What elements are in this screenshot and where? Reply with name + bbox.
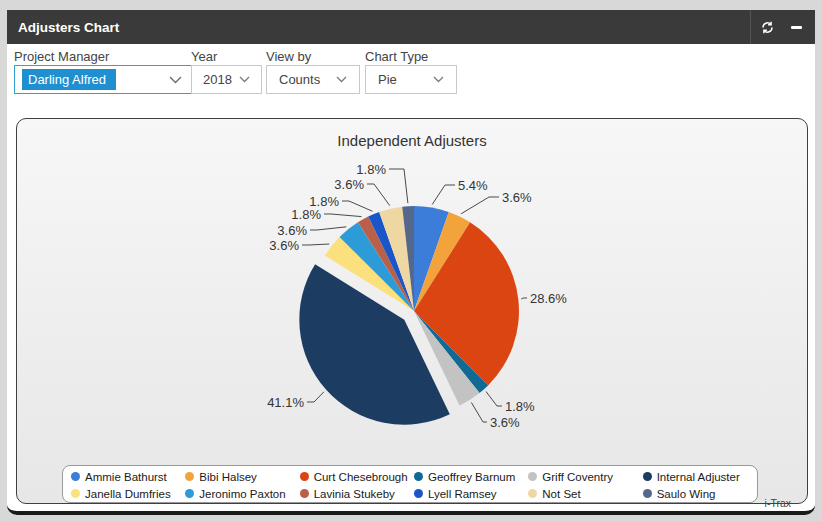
legend-swatch (300, 472, 309, 481)
filter-project-manager: Project Manager Darling Alfred (14, 50, 192, 94)
label-leader-line (310, 227, 346, 230)
slice-percent-label: 1.8% (291, 207, 321, 222)
legend-swatch (643, 489, 652, 498)
label-leader-line (324, 214, 362, 217)
chevron-down-icon (239, 76, 250, 83)
project-manager-select[interactable]: Darling Alfred (14, 65, 192, 94)
legend-swatch (71, 472, 80, 481)
label-leader-line (521, 298, 527, 299)
year-value: 2018 (203, 72, 232, 87)
slice-percent-label: 3.6% (334, 177, 364, 192)
legend-label: Bibi Halsey (199, 471, 257, 483)
view-by-select[interactable]: Counts (266, 65, 360, 94)
legend-swatch (528, 489, 537, 498)
slice-percent-label: 28.6% (530, 291, 567, 306)
legend-swatch (528, 472, 537, 481)
legend-item-jeronimo-paxton[interactable]: Jeronimo Paxton (185, 488, 299, 500)
legend-swatch (71, 489, 80, 498)
filter-view-by: View by Counts (266, 50, 360, 94)
legend-swatch (185, 489, 194, 498)
itrax-brand: i-Trax (765, 497, 791, 509)
legend-row: Janella DumfriesJeronimo PaxtonLavinia S… (71, 485, 757, 502)
chevron-down-icon (336, 76, 347, 83)
refresh-button[interactable] (751, 10, 783, 44)
legend-item-griff-coventry[interactable]: Griff Coventry (528, 471, 642, 483)
legend-label: Jeronimo Paxton (199, 488, 285, 500)
legend-swatch (414, 489, 423, 498)
legend-item-not-set[interactable]: Not Set (528, 488, 642, 500)
project-manager-label: Project Manager (14, 50, 192, 64)
label-leader-line (342, 201, 373, 211)
legend-swatch (643, 472, 652, 481)
legend-label: Saulo Wing (657, 488, 716, 500)
legend-row: Ammie BathurstBibi HalseyCurt Chesebroug… (71, 468, 757, 485)
legend-item-internal-adjuster[interactable]: Internal Adjuster (643, 471, 757, 483)
slice-percent-label: 41.1% (267, 395, 304, 410)
chart-panel: Independent Adjusters 5.4%3.6%28.6%1.8%3… (16, 118, 808, 504)
legend-item-curt-chesebrough[interactable]: Curt Chesebrough (300, 471, 414, 483)
chart-type-label: Chart Type (365, 50, 457, 64)
minimize-button[interactable] (783, 10, 809, 44)
label-leader-line (302, 244, 329, 245)
legend-label: Janella Dumfries (85, 488, 171, 500)
filter-chart-type: Chart Type Pie (365, 50, 457, 94)
legend-item-lyell-ramsey[interactable]: Lyell Ramsey (414, 488, 528, 500)
view-by-value: Counts (279, 72, 320, 87)
legend-swatch (300, 489, 309, 498)
label-leader-line (432, 185, 455, 205)
legend-item-bibi-halsey[interactable]: Bibi Halsey (185, 471, 299, 483)
legend-item-ammie-bathurst[interactable]: Ammie Bathurst (71, 471, 185, 483)
legend-item-lavinia-stukeby[interactable]: Lavinia Stukeby (300, 488, 414, 500)
slice-percent-label: 3.6% (490, 415, 520, 430)
legend-label: Internal Adjuster (657, 471, 740, 483)
slice-percent-label: 3.6% (277, 223, 307, 238)
slice-percent-label: 1.8% (309, 194, 339, 209)
legend-item-saulo-wing[interactable]: Saulo Wing (643, 488, 757, 500)
filter-year: Year 2018 (191, 50, 262, 94)
label-leader-line (471, 403, 487, 423)
titlebar-actions (750, 10, 815, 44)
legend-item-geoffrey-barnum[interactable]: Geoffrey Barnum (414, 471, 528, 483)
widget-titlebar: Adjusters Chart (7, 10, 815, 44)
legend-label: Lyell Ramsey (428, 488, 497, 500)
view-by-label: View by (266, 50, 360, 64)
slice-percent-label: 3.6% (502, 190, 532, 205)
label-leader-line (367, 184, 390, 206)
legend-label: Lavinia Stukeby (314, 488, 395, 500)
chevron-down-icon (169, 76, 182, 84)
label-leader-line (307, 392, 324, 402)
legend-label: Ammie Bathurst (85, 471, 167, 483)
label-leader-line (461, 197, 499, 214)
legend-label: Curt Chesebrough (314, 471, 408, 483)
chart-legend: Ammie BathurstBibi HalseyCurt Chesebroug… (62, 465, 758, 503)
legend-label: Griff Coventry (542, 471, 613, 483)
slice-percent-label: 1.8% (505, 399, 535, 414)
legend-label: Not Set (542, 488, 580, 500)
legend-swatch (185, 472, 194, 481)
slice-percent-label: 1.8% (356, 162, 386, 177)
legend-item-janella-dumfries[interactable]: Janella Dumfries (71, 488, 185, 500)
slice-percent-label: 3.6% (269, 238, 299, 253)
minimize-icon (791, 26, 802, 29)
label-leader-line (389, 169, 408, 203)
legend-swatch (414, 472, 423, 481)
pie-chart: 5.4%3.6%28.6%1.8%3.6%41.1%3.6%3.6%1.8%1.… (17, 119, 807, 503)
project-manager-value: Darling Alfred (22, 69, 116, 90)
adjusters-chart-widget: Adjusters Chart Project Manager Darling … (7, 10, 815, 515)
label-leader-line (486, 392, 502, 407)
year-label: Year (191, 50, 262, 64)
chart-type-value: Pie (378, 72, 397, 87)
legend-label: Geoffrey Barnum (428, 471, 515, 483)
year-select[interactable]: 2018 (191, 65, 262, 94)
widget-title: Adjusters Chart (18, 20, 119, 35)
chevron-down-icon (433, 76, 444, 83)
refresh-icon (760, 20, 775, 35)
chart-type-select[interactable]: Pie (365, 65, 457, 94)
slice-percent-label: 5.4% (458, 178, 488, 193)
